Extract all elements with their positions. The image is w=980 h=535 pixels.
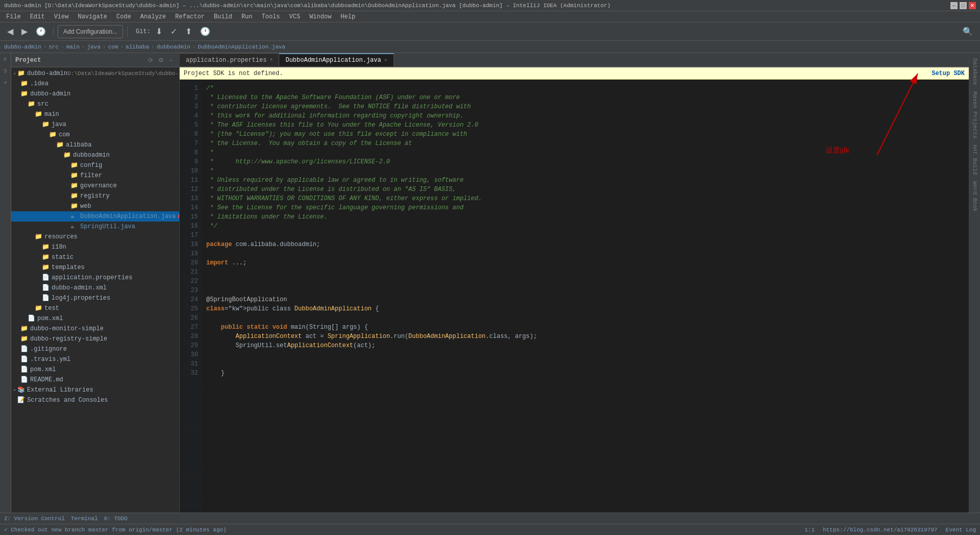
menu-item-navigate[interactable]: Navigate	[74, 12, 111, 21]
tree-label-27: .gitignore	[30, 346, 67, 353]
tree-item-5[interactable]: ▾📁java	[11, 119, 179, 130]
menu-item-edit[interactable]: Edit	[26, 12, 49, 21]
search-everywhere-button[interactable]: 🔍	[960, 25, 976, 38]
back-button[interactable]: ◀	[4, 25, 16, 38]
menu-item-run[interactable]: Run	[237, 12, 257, 21]
tree-item-27[interactable]: 📄.gitignore	[11, 344, 179, 354]
right-panel-3[interactable]: Word Book	[970, 178, 979, 214]
tree-item-14[interactable]: ☕DubboAdminApplication.java🔴动态	[11, 211, 179, 222]
project-minimize-button[interactable]: −	[167, 56, 175, 64]
breadcrumb-item-1[interactable]: src	[48, 44, 59, 50]
tree-item-4[interactable]: ▾📁main	[11, 109, 179, 119]
tree-icon-6: 📁	[49, 131, 57, 139]
code-line-22	[206, 277, 969, 286]
menu-item-analyze[interactable]: Analyze	[136, 12, 170, 21]
tree-item-11[interactable]: ▾📁governance	[11, 181, 179, 191]
menu-item-build[interactable]: Build	[210, 12, 236, 21]
right-panel-2[interactable]: Ant Build	[970, 141, 979, 178]
menu-item-window[interactable]: Window	[305, 12, 335, 21]
code-scroll[interactable]: 1234567891011121314151617181920212223242…	[180, 80, 969, 513]
tree-item-24[interactable]: 📄pom.xml	[11, 313, 179, 324]
right-panel-0[interactable]: Database	[970, 55, 979, 88]
right-panel-1[interactable]: Maven Projects	[970, 88, 979, 141]
code-line-12: * distributed under the License is distr…	[206, 185, 969, 194]
tree-item-21[interactable]: 📄dubbo-admin.xml	[11, 283, 179, 293]
tree-item-25[interactable]: ▾📁dubbo-monitor-simple	[11, 324, 179, 334]
breadcrumb-item-6[interactable]: dubboadmin	[157, 44, 190, 50]
structure-icon[interactable]: S	[1, 66, 10, 76]
recent-files-button[interactable]: 🕐	[33, 25, 49, 38]
tree-item-10[interactable]: ▾📁filter	[11, 171, 179, 181]
bottom-btn-1[interactable]: Terminal	[71, 516, 98, 522]
tree-item-9[interactable]: ▾📁config	[11, 160, 179, 171]
tree-item-15[interactable]: ☕SpringUtil.java	[11, 222, 179, 232]
tree-item-1[interactable]: ▾📁.idea	[11, 79, 179, 89]
favorites-icon[interactable]: ★	[1, 78, 10, 87]
tree-item-20[interactable]: 📄application.properties	[11, 273, 179, 283]
tab-close-1[interactable]: ×	[384, 58, 387, 63]
tree-item-31[interactable]: ▾📚External Libraries	[11, 385, 179, 395]
tree-item-0[interactable]: ▾📁dubbo-admin D:\Data\IdeaWorkSpaceStudy…	[11, 68, 179, 79]
tree-item-8[interactable]: ▾📁dubboadmin	[11, 150, 179, 160]
git-update-button[interactable]: ⬇	[153, 25, 165, 38]
project-sync-button[interactable]: ⟳	[146, 56, 155, 64]
tree-item-29[interactable]: 📄pom.xml	[11, 364, 179, 375]
tree-item-32[interactable]: 📝Scratches and Consoles	[11, 395, 179, 405]
code-line-27: public static void main(String[] args) {	[206, 323, 969, 332]
breadcrumb-item-7[interactable]: DubboAdminApplication.java	[198, 44, 286, 50]
minimize-button[interactable]: ─	[950, 2, 958, 9]
bottom-btn-0[interactable]: 2: Version Control	[4, 516, 65, 522]
git-history-button[interactable]: 🕐	[197, 25, 213, 38]
tree-item-7[interactable]: ▾📁alibaba	[11, 140, 179, 150]
tree-item-12[interactable]: ▾📁registry	[11, 191, 179, 201]
project-title: Project	[15, 57, 41, 64]
tree-item-3[interactable]: ▾📁src	[11, 99, 179, 109]
forward-button[interactable]: ▶	[18, 25, 31, 38]
tree-label-23: test	[44, 305, 59, 312]
setup-sdk-button[interactable]: Setup SDK	[932, 70, 965, 77]
project-gear-button[interactable]: ⚙	[157, 56, 165, 64]
bottom-btn-2[interactable]: 6: TODO	[104, 516, 128, 522]
tree-item-28[interactable]: 📄.travis.yml	[11, 354, 179, 364]
project-header: Project ⟳ ⚙ −	[11, 53, 179, 67]
tree-item-2[interactable]: ▾📁dubbo-admin	[11, 89, 179, 99]
breadcrumb-item-0[interactable]: dubbo-admin	[4, 44, 41, 50]
menu-item-refactor[interactable]: Refactor	[171, 12, 209, 21]
menu-item-view[interactable]: View	[50, 12, 73, 21]
tree-arrow-10: ▾	[11, 173, 70, 179]
breadcrumb-item-4[interactable]: com	[108, 44, 118, 50]
tab-close-0[interactable]: ×	[270, 57, 273, 63]
status-left-text: ✓ Checked out new branch master from ori…	[4, 526, 227, 533]
maximize-button[interactable]: □	[960, 2, 967, 9]
breadcrumb-item-5[interactable]: alibaba	[126, 44, 149, 50]
code-lines[interactable]: /* * Licensed to the Apache Software Fou…	[202, 80, 969, 513]
project-icon[interactable]: P	[1, 55, 10, 64]
status-event-log[interactable]: Event Log	[946, 527, 976, 533]
file-tab-0[interactable]: application.properties×	[180, 53, 279, 66]
add-configuration-button[interactable]: Add Configuration...	[58, 25, 123, 38]
menu-item-vcs[interactable]: VCS	[285, 12, 305, 21]
tree-item-19[interactable]: ▾📁templates	[11, 262, 179, 273]
tree-item-18[interactable]: ▾📁static	[11, 252, 179, 262]
breadcrumb-item-2[interactable]: main	[66, 44, 80, 50]
breadcrumb-item-3[interactable]: java	[87, 44, 101, 50]
code-line-13: * WITHOUT WARRANTIES OR CONDITIONS OF AN…	[206, 194, 969, 203]
tree-item-13[interactable]: ▾📁web	[11, 201, 179, 211]
menu-item-file[interactable]: File	[2, 12, 25, 21]
menu-item-code[interactable]: Code	[112, 12, 135, 21]
menu-item-tools[interactable]: Tools	[258, 12, 284, 21]
tree-item-17[interactable]: ▾📁i18n	[11, 242, 179, 252]
tree-item-26[interactable]: ▾📁dubbo-registry-simple	[11, 334, 179, 344]
git-push-button[interactable]: ⬆	[182, 25, 195, 38]
tree-item-22[interactable]: 📄log4j.properties	[11, 293, 179, 303]
file-tab-1[interactable]: DubboAdminApplication.java×	[279, 53, 394, 66]
close-button[interactable]: ✕	[969, 2, 976, 9]
git-commit-button[interactable]: ✓	[167, 25, 180, 38]
menu-item-help[interactable]: Help	[336, 12, 359, 21]
tree-item-30[interactable]: 📄README.md	[11, 375, 179, 385]
tree-item-16[interactable]: ▾📁resources	[11, 232, 179, 242]
code-line-18: package com.alibaba.dubboadmin;	[206, 240, 969, 249]
tree-item-6[interactable]: ▾📁com	[11, 130, 179, 140]
tree-icon-19: 📁	[42, 263, 50, 272]
tree-item-23[interactable]: ▾📁test	[11, 303, 179, 313]
